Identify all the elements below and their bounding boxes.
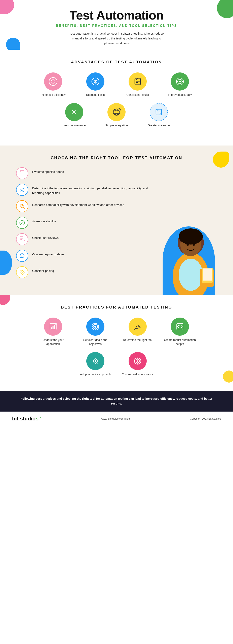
improved-accuracy-label: Improved accuracy xyxy=(168,93,192,97)
svg-line-36 xyxy=(23,207,24,208)
svg-point-34 xyxy=(21,189,23,191)
header-blob-pink xyxy=(0,0,14,14)
document-star-icon xyxy=(19,236,25,242)
choosing-item-5: Check user reviews xyxy=(16,233,157,245)
advantage-simple-integration: Simple integration xyxy=(102,103,132,128)
choosing-list: Evaluate specific needs Determine if the… xyxy=(16,167,157,278)
evaluate-needs-text: Evaluate specific needs xyxy=(32,167,64,174)
best-adopt-agile: Adopt an agile approach xyxy=(79,352,112,376)
svg-point-50 xyxy=(179,258,203,291)
page-subtitle: BENEFITS, BEST PRACTICES, AND TOOL SELEC… xyxy=(16,24,217,28)
header-blob-green xyxy=(217,0,233,18)
callout-strong: Following best practices and selecting t… xyxy=(20,397,212,405)
svg-rect-62 xyxy=(54,325,55,329)
dollar-icon: $ xyxy=(91,77,100,86)
footer-logo-dot: s xyxy=(36,416,38,422)
footer-callout: Following best practices and selecting t… xyxy=(0,391,233,412)
svg-point-0 xyxy=(49,78,57,86)
best-practices-section: BEST PRACTICES FOR AUTOMATED TESTING $ U… xyxy=(0,295,233,391)
determine-tool-label: Determine the right tool xyxy=(123,338,152,342)
svg-point-58 xyxy=(192,243,195,246)
assess-scalability-text: Assess scalability xyxy=(32,217,56,224)
best-row-2: Adopt an agile approach Ensure quality xyxy=(12,352,221,376)
advantages-title: ADVANTAGES OF TEST AUTOMATION xyxy=(12,60,221,64)
expand-icon xyxy=(154,108,163,116)
create-scripts-label: Create robust automation scripts xyxy=(164,338,196,346)
svg-rect-61 xyxy=(52,326,54,329)
header-blob-blue xyxy=(6,38,20,50)
create-scripts-icon xyxy=(171,318,189,336)
shield-check-icon xyxy=(134,357,142,365)
callout-text: Following best practices and selecting t… xyxy=(16,396,217,406)
advantages-row-1: Increased efficiency $ Reduced costs xyxy=(12,72,221,97)
consistent-results-icon-circle xyxy=(128,72,147,90)
checklist-icon xyxy=(133,77,142,86)
svg-point-81 xyxy=(137,360,138,362)
best-row-1: $ Understand your application xyxy=(12,318,221,346)
refresh-blue-icon xyxy=(19,253,25,259)
less-maintenance-icon-circle xyxy=(65,103,83,121)
consistent-results-label: Consistent results xyxy=(126,93,149,97)
understand-app-label: Understand your application xyxy=(37,338,69,346)
svg-line-29 xyxy=(160,113,162,115)
footer-copyright: Copyright 2023 Bit Studios xyxy=(190,417,221,420)
svg-line-48 xyxy=(22,272,23,274)
advantage-reduced-costs: $ Reduced costs xyxy=(80,72,110,97)
check-reviews-text: Check user reviews xyxy=(32,233,58,240)
page-footer: bit studios ● www.bitstudios.com/blog Co… xyxy=(0,412,233,426)
svg-rect-60 xyxy=(51,328,52,329)
wrench-scissors-icon xyxy=(70,108,79,116)
quality-assurance-icon xyxy=(128,352,147,370)
search-chart-icon xyxy=(19,203,25,209)
svg-text:$: $ xyxy=(55,324,56,325)
advantage-improved-accuracy: Improved accuracy xyxy=(165,72,195,97)
pen-tool-icon xyxy=(134,322,142,331)
svg-line-76 xyxy=(180,325,180,328)
greater-coverage-label: Greater coverage xyxy=(148,124,170,128)
advantage-consistent-results: Consistent results xyxy=(122,72,153,97)
svg-marker-46 xyxy=(24,240,25,241)
advantage-less-maintenance: Less maintenance xyxy=(59,103,89,128)
svg-point-53 xyxy=(179,228,203,244)
code-icon xyxy=(176,322,184,331)
choosing-item-7: Consider pricing xyxy=(16,266,157,278)
best-set-goals: Set clear goals and objectives xyxy=(79,318,112,346)
assess-scalability-icon xyxy=(16,217,28,229)
choosing-blob-blue xyxy=(0,250,12,275)
increased-efficiency-label: Increased efficiency xyxy=(41,93,66,97)
simple-integration-label: Simple integration xyxy=(105,124,128,128)
gear-blue-icon xyxy=(19,187,25,193)
chart-icon: $ xyxy=(49,322,57,331)
svg-rect-42 xyxy=(20,237,23,241)
svg-line-28 xyxy=(156,109,158,111)
svg-point-41 xyxy=(20,220,24,225)
checklist-pink-icon xyxy=(19,170,25,176)
svg-point-78 xyxy=(94,360,96,362)
reduced-costs-icon-circle: $ xyxy=(86,72,104,90)
confirm-updates-text: Confirm regular updates xyxy=(32,250,64,257)
person-svg xyxy=(162,216,219,295)
set-goals-label: Set clear goals and objectives xyxy=(79,338,112,346)
footer-url: www.bitstudios.com/blog xyxy=(101,417,130,420)
improved-accuracy-icon-circle xyxy=(171,72,189,90)
research-compat-text: Research compatibility with development … xyxy=(32,200,124,207)
less-maintenance-label: Less maintenance xyxy=(63,124,86,128)
best-determine-tool: Determine the right tool xyxy=(122,318,154,346)
checkmark-green-icon xyxy=(19,220,25,226)
consider-pricing-text: Consider pricing xyxy=(32,266,54,273)
choosing-item-3: Research compatibility with development … xyxy=(16,200,157,212)
choosing-item-6: Confirm regular updates xyxy=(16,250,157,262)
reduced-costs-label: Reduced costs xyxy=(86,93,105,97)
adopt-agile-label: Adopt an agile approach xyxy=(80,372,111,376)
page-title: Test Automation xyxy=(16,8,217,22)
target-icon xyxy=(176,77,184,86)
best-create-scripts: Create robust automation scripts xyxy=(164,318,196,346)
header-description: Test automation is a crucial concept in … xyxy=(66,31,167,46)
automation-scripting-text: Determine if the tool offers automation … xyxy=(32,184,157,195)
research-compat-icon xyxy=(16,200,28,212)
check-reviews-icon xyxy=(16,233,28,245)
confirm-updates-icon xyxy=(16,250,28,262)
set-goals-icon xyxy=(86,318,104,336)
consider-pricing-icon xyxy=(16,266,28,278)
advantages-section: ADVANTAGES OF TEST AUTOMATION Increased … xyxy=(0,50,233,146)
